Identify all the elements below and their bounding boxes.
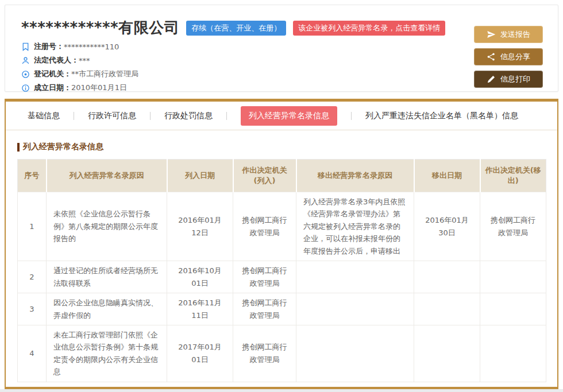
info-row-founded: 成立日期： 2010年01月1日 bbox=[21, 81, 138, 95]
cell-list-reason: 未在工商行政管理部门依照《企业信息公示暂行条例》第十条规定责令的期限内公示有关企… bbox=[47, 325, 167, 382]
print-info-button[interactable]: 信息打印 bbox=[474, 71, 543, 88]
cell-list-date: 2016年10月01日 bbox=[167, 261, 233, 293]
info-value: *** bbox=[79, 56, 90, 65]
cell-list-authority: 携创网工商行政管理局 bbox=[233, 325, 296, 382]
cell-remove-date bbox=[414, 325, 480, 382]
col-remove-authority: 作出决定机关(移出) bbox=[480, 160, 546, 192]
cell-list-reason: 通过登记的住所或者经营场所无法取得联系 bbox=[47, 261, 167, 293]
info-label: 登记机关： bbox=[34, 69, 71, 79]
company-info-list: 注册号： ***********110 法定代表人： *** 登记机关： **市… bbox=[21, 40, 138, 95]
company-summary-card: ************有限公司 存续（在营、开业、在册） 该企业被列入经营异常… bbox=[5, 5, 558, 92]
tab-blacklist[interactable]: 列入严重违法失信企业名单（黑名单）信息 bbox=[352, 111, 532, 121]
col-list-authority: 作出决定机关(列入) bbox=[233, 160, 296, 192]
table-row: 3 因公示企业信息隐瞒真实情况、弄虚作假的 2016年11月11日 携创网工商行… bbox=[18, 293, 546, 325]
share-info-button[interactable]: 信息分享 bbox=[474, 48, 543, 65]
share-info-label: 信息分享 bbox=[500, 52, 530, 62]
tab-bar: 基础信息 行政许可信息 行政处罚信息 列入经营异常名录信息 列入严重违法失信企业… bbox=[6, 102, 557, 130]
info-label: 法定代表人： bbox=[34, 55, 79, 65]
info-value: ***********110 bbox=[64, 42, 119, 51]
cell-remove-reason bbox=[296, 325, 414, 382]
tab-abnormal-list[interactable]: 列入经营异常名录信息 bbox=[241, 106, 337, 126]
detail-card: 基础信息 行政许可信息 行政处罚信息 列入经营异常名录信息 列入严重违法失信企业… bbox=[5, 99, 558, 389]
share-icon bbox=[487, 52, 496, 61]
cell-list-authority: 携创网工商行政管理局 bbox=[233, 261, 296, 293]
col-list-date: 列入日期 bbox=[167, 160, 233, 192]
section-bullet bbox=[17, 143, 20, 152]
cell-seq: 3 bbox=[18, 293, 47, 325]
tab-basic-info[interactable]: 基础信息 bbox=[14, 111, 74, 121]
print-icon bbox=[487, 75, 496, 84]
cell-list-reason: 未依照《企业信息公示暂行条例》第八条规定的期限公示年度报告的 bbox=[47, 192, 167, 261]
cell-seq: 4 bbox=[18, 325, 47, 382]
page-bottom-background bbox=[0, 389, 563, 392]
info-icon bbox=[21, 84, 30, 92]
col-remove-reason: 移出经营异常名录原因 bbox=[296, 160, 414, 192]
send-report-button[interactable]: 发送报告 bbox=[474, 26, 543, 43]
table-row: 2 通过登记的住所或者经营场所无法取得联系 2016年10月01日 携创网工商行… bbox=[18, 261, 546, 293]
abnormal-alert-badge[interactable]: 该企业被列入经营异常名录，点击查看详情 bbox=[293, 21, 445, 36]
cell-list-reason: 因公示企业信息隐瞒真实情况、弄虚作假的 bbox=[47, 293, 167, 325]
col-seq: 序号 bbox=[18, 160, 47, 192]
cell-remove-authority bbox=[480, 325, 546, 382]
status-badge: 存续（在营、开业、在册） bbox=[186, 21, 286, 36]
person-icon bbox=[21, 56, 30, 65]
info-value: **市工商行政管理局 bbox=[71, 69, 138, 79]
col-list-reason: 列入经营异常名录原因 bbox=[47, 160, 167, 192]
table-row: 4 未在工商行政管理部门依照《企业信息公示暂行条例》第十条规定责令的期限内公示有… bbox=[18, 325, 546, 382]
info-value: 2010年01月1日 bbox=[71, 83, 127, 93]
info-label: 成立日期： bbox=[34, 83, 71, 93]
cell-remove-reason: 列入经营异常名录3年内且依照《经营异常名录管理办法》第六规定被列入经营异常名录的… bbox=[296, 192, 414, 261]
company-title-row: ************有限公司 存续（在营、开业、在册） 该企业被列入经营异常… bbox=[21, 18, 445, 38]
cell-remove-date: 2016年01月30日 bbox=[414, 192, 480, 261]
table-row: 1 未依照《企业信息公示暂行条例》第八条规定的期限公示年度报告的 2016年01… bbox=[18, 192, 546, 261]
cell-list-date: 2016年11月11日 bbox=[167, 293, 233, 325]
cell-remove-authority: 携创网工商行政管理局 bbox=[480, 192, 546, 261]
table-header-row: 序号 列入经营异常名录原因 列入日期 作出决定机关(列入) 移出经营异常名录原因… bbox=[18, 160, 546, 192]
info-row-regno: 注册号： ***********110 bbox=[21, 40, 138, 53]
tab-admin-penalty[interactable]: 行政处罚信息 bbox=[151, 111, 226, 121]
abnormal-records-table: 序号 列入经营异常名录原因 列入日期 作出决定机关(列入) 移出经营异常名录原因… bbox=[17, 159, 546, 382]
info-row-registry: 登记机关： **市工商行政管理局 bbox=[21, 67, 138, 81]
print-info-label: 信息打印 bbox=[500, 74, 530, 84]
location-icon bbox=[21, 70, 30, 79]
info-row-legal-rep: 法定代表人： *** bbox=[21, 53, 138, 67]
info-label: 注册号： bbox=[34, 41, 64, 52]
company-name: ************有限公司 bbox=[21, 18, 179, 38]
col-remove-date: 移出日期 bbox=[414, 160, 480, 192]
cell-list-date: 2017年01月01日 bbox=[167, 325, 233, 382]
cell-remove-date bbox=[414, 261, 480, 293]
cell-remove-date bbox=[414, 293, 480, 325]
tab-divider bbox=[226, 112, 227, 120]
action-buttons: 发送报告 信息分享 信息打印 bbox=[474, 26, 543, 88]
cell-remove-authority bbox=[480, 293, 546, 325]
cell-remove-authority bbox=[480, 261, 546, 293]
send-report-label: 发送报告 bbox=[500, 29, 530, 40]
tab-admin-license[interactable]: 行政许可信息 bbox=[74, 111, 150, 121]
section-header: 列入经营异常名录信息 bbox=[17, 142, 557, 152]
cell-list-authority: 携创网工商行政管理局 bbox=[233, 293, 296, 325]
cell-list-date: 2016年01月12日 bbox=[167, 192, 233, 261]
cell-list-authority: 携创网工商行政管理局 bbox=[233, 192, 296, 261]
cell-seq: 2 bbox=[18, 261, 47, 293]
cell-remove-reason bbox=[296, 293, 414, 325]
cell-remove-reason bbox=[296, 261, 414, 293]
send-icon bbox=[487, 30, 496, 39]
section-title: 列入经营异常名录信息 bbox=[23, 142, 103, 152]
cell-seq: 1 bbox=[18, 192, 47, 261]
certificate-icon bbox=[21, 42, 30, 51]
